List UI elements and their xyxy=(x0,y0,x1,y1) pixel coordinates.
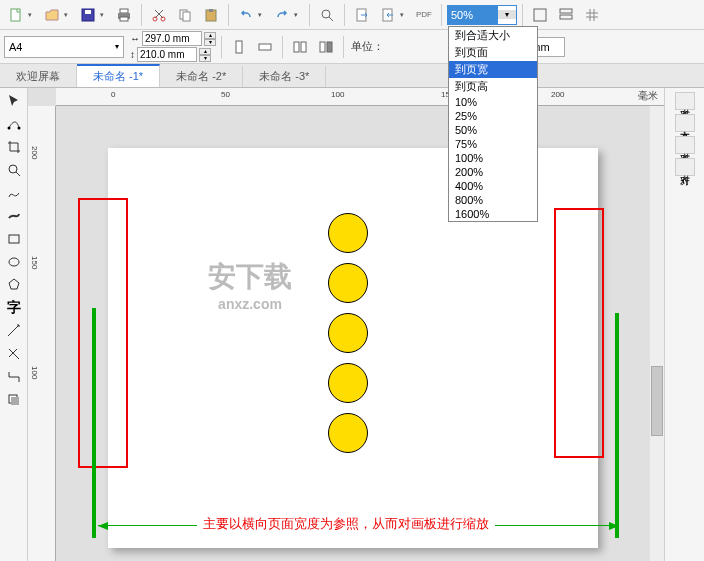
document-tab[interactable]: 未命名 -3* xyxy=(243,66,326,87)
paste-button[interactable] xyxy=(199,3,223,27)
svg-rect-16 xyxy=(560,9,572,13)
document-tabs: 欢迎屏幕未命名 -1*未命名 -2*未命名 -3* xyxy=(0,64,704,88)
zoom-option[interactable]: 到页高 xyxy=(449,78,537,95)
svg-rect-3 xyxy=(120,9,128,13)
shape-tool[interactable] xyxy=(2,113,26,135)
import-button[interactable] xyxy=(350,3,374,27)
zoom-option[interactable]: 400% xyxy=(449,179,537,193)
ellipse-tool[interactable] xyxy=(2,251,26,273)
drop-shadow-tool[interactable] xyxy=(2,389,26,411)
new-button[interactable] xyxy=(4,3,28,27)
save-button[interactable] xyxy=(76,3,100,27)
toolbar-main: ▾ ▾ ▾ ▾ ▾ ▾ PDF ▾ 到合适大小到页面到页宽到页高10%25%50… xyxy=(0,0,704,30)
freehand-tool[interactable] xyxy=(2,182,26,204)
redo-dropdown[interactable]: ▾ xyxy=(294,11,304,19)
export-dropdown[interactable]: ▾ xyxy=(400,11,410,19)
docker-tab[interactable]: 对齐 xyxy=(675,92,695,110)
open-button[interactable] xyxy=(40,3,64,27)
svg-point-26 xyxy=(9,165,17,173)
height-icon: ↕ xyxy=(130,49,135,60)
zoom-option[interactable]: 50% xyxy=(449,123,537,137)
all-pages-button[interactable] xyxy=(288,35,312,59)
zoom-combo[interactable]: ▾ 到合适大小到页面到页宽到页高10%25%50%75%100%200%400%… xyxy=(447,5,517,25)
canvas-area[interactable]: 毫米050100150200 200150100 主要以横向页面宽度为参照，从而… xyxy=(28,88,664,561)
circle-shape[interactable] xyxy=(328,363,368,403)
svg-rect-21 xyxy=(301,42,306,52)
undo-button[interactable] xyxy=(234,3,258,27)
scrollbar-vertical[interactable] xyxy=(650,106,664,561)
redo-button[interactable] xyxy=(270,3,294,27)
zoom-option[interactable]: 10% xyxy=(449,95,537,109)
svg-rect-9 xyxy=(183,12,190,21)
portrait-button[interactable] xyxy=(227,35,251,59)
svg-rect-20 xyxy=(294,42,299,52)
svg-rect-27 xyxy=(9,235,19,243)
connector-tool[interactable] xyxy=(2,366,26,388)
pick-tool[interactable] xyxy=(2,90,26,112)
table-tool[interactable] xyxy=(2,320,26,342)
text-tool[interactable]: 字 xyxy=(2,297,26,319)
zoom-dropdown-toggle[interactable]: ▾ xyxy=(498,10,516,19)
zoom-option[interactable]: 25% xyxy=(449,109,537,123)
zoom-input[interactable] xyxy=(448,6,498,24)
right-dock: 对齐文本对齐对齐 xyxy=(664,88,704,561)
zoom-option[interactable]: 75% xyxy=(449,137,537,151)
print-button[interactable] xyxy=(112,3,136,27)
page-height-input[interactable] xyxy=(137,47,197,62)
toolbar-page: A4▾ ↔▴▾ ↕▴▾ 单位： xyxy=(0,30,704,64)
height-down[interactable]: ▾ xyxy=(199,55,211,62)
svg-rect-30 xyxy=(11,397,19,405)
zoom-option[interactable]: 100% xyxy=(449,151,537,165)
pdf-button[interactable]: PDF xyxy=(412,3,436,27)
circle-shape[interactable] xyxy=(328,413,368,453)
current-page-button[interactable] xyxy=(314,35,338,59)
docker-tab[interactable]: 对齐 xyxy=(675,136,695,154)
svg-rect-19 xyxy=(259,44,271,50)
svg-point-28 xyxy=(9,258,19,266)
grid-button[interactable] xyxy=(580,3,604,27)
save-dropdown[interactable]: ▾ xyxy=(100,11,110,19)
undo-dropdown[interactable]: ▾ xyxy=(258,11,268,19)
zoom-option[interactable]: 200% xyxy=(449,165,537,179)
search-button[interactable] xyxy=(315,3,339,27)
zoom-option[interactable]: 到页宽 xyxy=(449,61,537,78)
svg-point-25 xyxy=(17,127,20,130)
landscape-button[interactable] xyxy=(253,35,277,59)
circle-shape[interactable] xyxy=(328,263,368,303)
height-up[interactable]: ▴ xyxy=(199,48,211,55)
docker-tab[interactable]: 对齐 xyxy=(675,158,695,176)
width-up[interactable]: ▴ xyxy=(204,32,216,39)
svg-rect-23 xyxy=(327,42,332,52)
open-dropdown[interactable]: ▾ xyxy=(64,11,74,19)
polygon-tool[interactable] xyxy=(2,274,26,296)
dimension-tool[interactable] xyxy=(2,343,26,365)
document-tab[interactable]: 未命名 -2* xyxy=(160,66,243,87)
docker-tab[interactable]: 文本 xyxy=(675,114,695,132)
cut-button[interactable] xyxy=(147,3,171,27)
width-down[interactable]: ▾ xyxy=(204,39,216,46)
zoom-option[interactable]: 1600% xyxy=(449,207,537,221)
fullscreen-button[interactable] xyxy=(528,3,552,27)
circle-shape[interactable] xyxy=(328,313,368,353)
zoom-option[interactable]: 到合适大小 xyxy=(449,27,537,44)
document-tab[interactable]: 未命名 -1* xyxy=(77,64,160,87)
paper-size-select[interactable]: A4▾ xyxy=(4,36,124,58)
scrollbar-thumb[interactable] xyxy=(651,366,663,436)
new-dropdown[interactable]: ▾ xyxy=(28,11,38,19)
crop-tool[interactable] xyxy=(2,136,26,158)
svg-rect-0 xyxy=(11,9,20,21)
zoom-option[interactable]: 到页面 xyxy=(449,44,537,61)
copy-button[interactable] xyxy=(173,3,197,27)
page-width-input[interactable] xyxy=(142,31,202,46)
rulers-button[interactable] xyxy=(554,3,578,27)
document-tab[interactable]: 欢迎屏幕 xyxy=(0,66,77,87)
zoom-tool[interactable] xyxy=(2,159,26,181)
export-button[interactable] xyxy=(376,3,400,27)
rectangle-tool[interactable] xyxy=(2,228,26,250)
annotation-box-right xyxy=(554,208,604,458)
artistic-media-tool[interactable] xyxy=(2,205,26,227)
zoom-dropdown-list: 到合适大小到页面到页宽到页高10%25%50%75%100%200%400%80… xyxy=(448,26,538,222)
caption-text: 主要以横向页面宽度为参照，从而对画板进行缩放 xyxy=(197,515,495,533)
circle-shape[interactable] xyxy=(328,213,368,253)
zoom-option[interactable]: 800% xyxy=(449,193,537,207)
